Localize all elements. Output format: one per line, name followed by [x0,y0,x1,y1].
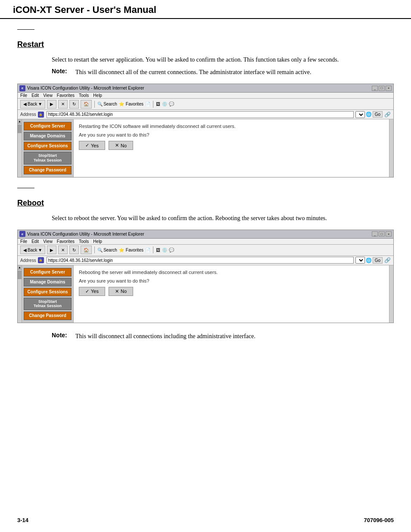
reboot-addressbar: Address 🔒 https://204.48.36.162/servlet.… [18,256,393,265]
restart-menubar: File Edit View Favorites Tools Help [18,93,393,99]
favorites-toolbar-btn[interactable]: Favorites [126,102,143,106]
reboot-stop-icon: ✕ [61,248,65,252]
restart-titlebar-text: Visara ICON Configuration Utility - Micr… [27,86,144,90]
search-button[interactable]: 🔍 Search [97,102,117,106]
address-label: Address [20,112,36,117]
go-button[interactable]: Go [373,111,383,118]
nav-configure-server[interactable]: Configure Server [24,122,72,131]
reboot-scrollbar-left[interactable]: ▲ [18,265,22,323]
reboot-address-dropdown[interactable] [355,257,365,264]
reboot-go-button[interactable]: Go [373,257,383,264]
reboot-browser-content: ▲ Configure Server Manage Domains Config… [18,265,393,323]
scrollbar-right[interactable] [389,119,393,177]
reboot-menu-help[interactable]: Help [93,239,102,244]
reboot-close-button[interactable]: × [386,231,392,236]
reboot-note-label: Note: [52,332,75,341]
address-input[interactable]: https://204.48.36.162/servlet.login [47,111,354,118]
reboot-back-icon: ◀ [23,248,27,252]
restart-body: Select to restart the server application… [52,55,394,64]
page-header: iCON-XT Server - User's Manual [0,0,411,19]
reboot-browser-screenshot: e Visara ICON Configuration Utility - Mi… [17,230,394,324]
reboot-security-icon: 🔒 [38,257,44,263]
reboot-menu-file[interactable]: File [20,239,27,244]
reboot-toolbar: ◀ Back ▼ ▶ ✕ ↻ 🏠 🔍 Search ⭐ [18,245,393,256]
menu-edit[interactable]: Edit [31,93,39,98]
restart-confirm-panel: Restarting the ICON software will immedi… [74,119,389,177]
reboot-restore-button[interactable]: □ [379,231,385,236]
scrollbar-up-arrow[interactable]: ▲ [18,119,22,124]
reboot-stop-button[interactable]: ✕ [58,246,68,254]
reboot-titlebar-text: Visara ICON Configuration Utility - Micr… [27,232,144,236]
reboot-forward-button[interactable]: ▶ [47,246,56,254]
toolbar-extra-icon: 💿 [162,102,167,106]
reboot-home-button[interactable]: 🏠 [81,246,92,254]
reboot-menu-favorites[interactable]: Favorites [57,239,75,244]
nav-stop-start[interactable]: Stop/StartTelnax Session [24,152,72,165]
yes-check-icon: ✓ [85,143,89,148]
refresh-button[interactable]: ↻ [69,100,79,109]
go-icon: 🌐 [366,112,372,117]
reboot-yes-button[interactable]: ✓ Yes [79,287,105,296]
reboot-messenger-icon: 💬 [169,248,174,252]
menu-tools[interactable]: Tools [79,93,89,98]
restart-no-button[interactable]: ✕ No [109,141,133,150]
close-button[interactable]: × [386,86,392,91]
reboot-toolbar-sep1 [94,246,95,253]
reboot-home-icon: 🏠 [84,248,89,252]
scrollbar-thumb[interactable] [18,124,22,133]
menu-file[interactable]: File [20,93,27,98]
no-x-icon: ✕ [115,143,119,148]
minimize-button[interactable]: _ [372,86,378,91]
reboot-confirm-panel: Rebooting the server will immediately di… [74,265,389,323]
restore-button[interactable]: □ [379,86,385,91]
reboot-confirm-line2: Are you sure you want to do this? [79,278,384,283]
address-extra-icon: 🔗 [384,112,391,118]
forward-button[interactable]: ▶ [47,100,56,109]
menu-view[interactable]: View [43,93,53,98]
back-button[interactable]: ◀ Back ▼ [20,100,45,109]
reboot-address-label: Address [20,258,36,263]
restart-yes-button[interactable]: ✓ Yes [79,141,105,150]
reboot-nav-manage-domains[interactable]: Manage Domains [24,278,72,286]
reboot-menu-view[interactable]: View [43,239,53,244]
nav-configure-sessions[interactable]: Configure Sessions [24,142,72,150]
reboot-nav-stop-start[interactable]: Stop/StartTelnax Session [24,298,72,311]
reboot-refresh-button[interactable]: ↻ [69,246,79,254]
reboot-search-button[interactable]: 🔍 Search [97,248,117,252]
reboot-minimize-button[interactable]: _ [372,231,378,236]
home-button[interactable]: 🏠 [81,100,92,109]
restart-toolbar: ◀ Back ▼ ▶ ✕ ↻ 🏠 🔍 Search ⭐ [18,99,393,110]
main-content: Restart Select to restart the server app… [0,19,411,360]
stop-button[interactable]: ✕ [58,100,68,109]
reboot-address-input[interactable]: https://204.48.36.162/servlet.login [47,257,354,264]
nav-manage-domains[interactable]: Manage Domains [24,132,72,140]
reboot-confirm-buttons: ✓ Yes ✕ No [79,287,384,296]
restart-addressbar: Address 🔒 https://204.48.36.162/servlet.… [18,110,393,119]
titlebar-controls: _ □ × [372,86,392,91]
nav-change-password[interactable]: Change Password [24,166,72,174]
reboot-divider [17,188,34,188]
reboot-scrollbar-up[interactable]: ▲ [18,265,22,270]
menu-favorites[interactable]: Favorites [57,93,75,98]
reboot-nav-configure-sessions[interactable]: Configure Sessions [24,288,72,296]
address-dropdown[interactable] [355,111,365,118]
reboot-menu-tools[interactable]: Tools [79,239,89,244]
reboot-scrollbar-right[interactable] [389,265,393,323]
restart-confirm-line1: Restarting the ICON software will immedi… [79,124,384,129]
reboot-toolbar-sep2 [153,246,153,253]
reboot-menu-edit[interactable]: Edit [31,239,39,244]
reboot-nav-change-password[interactable]: Change Password [24,311,72,320]
reboot-nav-configure-server[interactable]: Configure Server [24,268,72,277]
reboot-go-icon: 🌐 [366,258,372,263]
reboot-media-icon: 🖼 [156,248,160,252]
reboot-back-button[interactable]: ◀ Back ▼ [20,246,45,254]
back-icon: ◀ [23,102,27,106]
reboot-menubar: File Edit View Favorites Tools Help [18,239,393,245]
toolbar-sep2 [153,101,153,108]
reboot-refresh-icon: ↻ [72,248,76,252]
reboot-favorites-btn[interactable]: Favorites [126,248,143,252]
reboot-no-button[interactable]: ✕ No [109,287,133,296]
menu-help[interactable]: Help [93,93,102,98]
reboot-scrollbar-thumb[interactable] [18,271,22,279]
scrollbar-left[interactable]: ▲ [18,119,22,177]
